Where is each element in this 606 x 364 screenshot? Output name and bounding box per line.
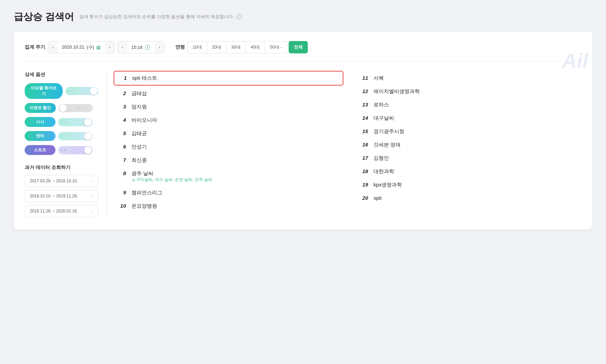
toggle-enter-thumb (84, 132, 92, 140)
rank-num-5: 5 (118, 130, 126, 136)
rank-text-2[interactable]: 금태섭 (131, 90, 339, 97)
date-nav: ‹ 2020.10.21. (수) ▦ › (48, 41, 115, 53)
toggle-event-button[interactable]: 이벤트·할인 (25, 103, 56, 113)
time-prev-button[interactable]: ‹ (118, 41, 127, 53)
info-icon[interactable]: ⓘ (236, 14, 242, 20)
rank-item-6: 6 안성기 (118, 140, 339, 154)
rank-item-20: 20 spti (360, 192, 581, 204)
rank-text-13[interactable]: 로하스 (374, 102, 581, 108)
rank-column-right: 11 서복 12 에이치엘비생명과학 13 로하스 14 대구날씨 15 경 (360, 72, 581, 220)
past-data-item-2[interactable]: 2018.10.10. ~ 2019.11.28. › (25, 190, 98, 202)
rank-text-7[interactable]: 최신종 (131, 157, 339, 164)
date-prev-button[interactable]: ‹ (48, 41, 58, 53)
rank-text-5[interactable]: 김태균 (131, 130, 339, 137)
toggle-issue-item: 이슈별 묶어보기 (25, 83, 98, 99)
toggle-news-thumb (84, 118, 92, 126)
age-40s-button[interactable]: 40대 (245, 41, 265, 53)
toggle-issue-track[interactable] (65, 87, 98, 95)
toggle-news-button[interactable]: 시사 (25, 117, 55, 127)
rank-column-left: 1 spti 테스트 2 금태섭 3 엄지원 4 바이오니아 5 김태균 (118, 72, 339, 220)
subtitle-text: 검색 횟수가 급상승한 검색어의 순위를 다양한 옵션을 통해 자세히 제공합니… (79, 14, 234, 20)
date-next-button[interactable]: › (105, 41, 114, 53)
time-value: 15:16 🕐 (127, 44, 155, 50)
time-nav: ‹ 15:16 🕐 › (117, 41, 165, 53)
rank-num-9: 9 (118, 190, 126, 195)
age-all-button[interactable]: 전체 (289, 41, 308, 53)
time-next-button[interactable]: › (154, 41, 164, 53)
rank-text-20[interactable]: spti (374, 195, 581, 201)
rank-num-17: 17 (360, 155, 368, 161)
past-data-arrow-3: › (92, 209, 93, 213)
rank-item-7: 7 최신종 (118, 154, 339, 167)
rank-num-12: 12 (360, 88, 368, 94)
age-buttons: 10대 20대 30대 40대 50대 - 전체 (188, 41, 307, 53)
rank-text-1[interactable]: spti 테스트 (132, 75, 339, 81)
rank-text-17[interactable]: 김형인 (374, 155, 581, 161)
rank-num-7: 7 (118, 157, 126, 163)
toggle-sports-track[interactable] (58, 146, 92, 154)
rank-item-12: 12 에이치엘비생명과학 (360, 85, 581, 98)
rank-text-16[interactable]: 갓세븐 영재 (374, 142, 581, 148)
rank-num-13: 13 (360, 102, 368, 107)
past-data-arrow-2: › (92, 194, 93, 198)
toggle-issue-button[interactable]: 이슈별 묶어보기 (25, 83, 63, 99)
past-data-item-1[interactable]: 2017.03.29. ~ 2018.10.10. › (25, 175, 98, 187)
page-subtitle: 검색 횟수가 급상승한 검색어의 순위를 다양한 옵션을 통해 자세히 제공합니… (79, 14, 242, 20)
rank-item-18: 18 대한과학 (360, 165, 581, 178)
toggle-enter-track[interactable] (58, 132, 92, 140)
rank-num-15: 15 (360, 128, 368, 134)
toggle-sports-button[interactable]: 스포츠 (25, 145, 55, 155)
rank-num-4: 4 (118, 117, 126, 123)
rank-text-10[interactable]: 온요양병원 (131, 203, 339, 209)
rank-text-18[interactable]: 대한과학 (374, 168, 581, 175)
rank-item-19: 19 kpx생명과학 (360, 178, 581, 192)
rank-text-9[interactable]: 챔피언스리그 (131, 190, 339, 196)
time-text: 15:16 (131, 45, 143, 50)
rank-text-8[interactable]: 광주 날씨 (131, 170, 153, 176)
clock-icon: 🕐 (144, 44, 150, 50)
rank-text-14[interactable]: 대구날씨 (374, 115, 581, 121)
rank-text-6[interactable]: 안성기 (131, 144, 339, 150)
rankings-area: 1 spti 테스트 2 금태섭 3 엄지원 4 바이오니아 5 김태균 (107, 72, 581, 220)
past-data-range-3: 2019.11.28. ~ 2020.01.16. (30, 209, 78, 213)
main-card: 집계 주기 ‹ 2020.10.21. (수) ▦ › ‹ 15:16 🕐 › (14, 31, 592, 230)
rank-num-11: 11 (360, 75, 368, 81)
toggle-enter-button[interactable]: 엔터 (25, 131, 55, 141)
period-label: 집계 주기 (25, 44, 45, 50)
toggle-event-track[interactable] (59, 104, 93, 112)
rank-num-20: 20 (360, 195, 368, 201)
age-30s-button[interactable]: 30대 (226, 41, 245, 53)
rank-num-1: 1 (118, 75, 127, 81)
rank-item-10: 10 온요양병원 (118, 199, 339, 213)
rank-text-19[interactable]: kpx생명과학 (374, 182, 581, 188)
rank-item-4: 4 바이오니아 (118, 114, 339, 127)
toggle-enter-item: 엔터 (25, 131, 98, 141)
age-label: 연령 (175, 44, 185, 50)
age-20s-button[interactable]: 20대 (207, 41, 226, 53)
toggle-news-track[interactable] (58, 118, 92, 126)
past-data-title: 과거 데이터 조회하기 (25, 165, 98, 171)
rank-text-3[interactable]: 엄지원 (131, 104, 339, 110)
past-data-range-2: 2018.10.10. ~ 2019.11.28. (30, 194, 78, 198)
rank-sub-8: ⇲ 구미날씨, 여수 날씨, 순천 날씨, 진주 날씨 (131, 177, 339, 183)
rank-text-11[interactable]: 서복 (374, 75, 581, 81)
detail-options-title: 상세 옵션 (25, 72, 98, 78)
age-50s-button[interactable]: 50대 - (265, 41, 287, 53)
rank-item-11: 11 서복 (360, 72, 581, 85)
rank-num-8: 8 (118, 170, 126, 176)
toggle-sports-item: 스포츠 (25, 145, 98, 155)
rank-num-10: 10 (118, 203, 126, 209)
past-data-range-1: 2017.03.29. ~ 2018.10.10. (30, 179, 78, 183)
date-value: 2020.10.21. (수) ▦ (58, 44, 105, 50)
rank-text-12[interactable]: 에이치엘비생명과학 (374, 88, 581, 95)
page-header: 급상승 검색어 검색 횟수가 급상승한 검색어의 순위를 다양한 옵션을 통해 … (14, 10, 592, 23)
age-10s-button[interactable]: 10대 (187, 41, 207, 53)
toggle-issue-thumb (90, 87, 98, 95)
rank-text-4[interactable]: 바이오니아 (131, 117, 339, 124)
rank-text-15[interactable]: 경기광주시청 (374, 128, 581, 135)
rank-item-17: 17 김형인 (360, 152, 581, 165)
body-layout: 상세 옵션 이슈별 묶어보기 이벤트·할인 (25, 72, 581, 220)
date-text: 2020.10.21. (수) (62, 44, 94, 50)
past-data-arrow-1: › (92, 179, 93, 183)
past-data-item-3[interactable]: 2019.11.28. ~ 2020.01.16. › (25, 205, 98, 217)
